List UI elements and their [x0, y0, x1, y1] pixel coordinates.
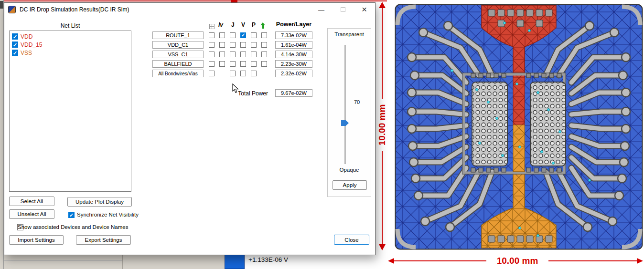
- transparency-slider-track[interactable]: [344, 45, 346, 164]
- p-checkbox[interactable]: [251, 71, 257, 76]
- v-checkbox[interactable]: [240, 52, 246, 57]
- transparency-panel: Transparent 70 Opaque Apply: [327, 28, 371, 197]
- p-checkbox[interactable]: [251, 52, 257, 57]
- layer-button-vss-c1[interactable]: VSS_C1: [152, 51, 204, 58]
- grid-icon: [209, 24, 215, 29]
- unselect-all-button[interactable]: Unselect All: [9, 209, 54, 219]
- layer-button-vdd-c1[interactable]: VDD_C1: [152, 41, 204, 49]
- j-checkbox[interactable]: [230, 32, 236, 38]
- mouse-cursor-icon: [232, 83, 239, 95]
- divider: [0, 260, 122, 261]
- v-checkbox[interactable]: [240, 32, 246, 38]
- maximize-icon: [341, 7, 345, 12]
- up-checkbox[interactable]: [261, 42, 267, 48]
- iv-checkbox[interactable]: [219, 42, 225, 48]
- net-checkbox[interactable]: [12, 41, 18, 48]
- transparency-slider-thumb[interactable]: [341, 120, 349, 126]
- column-header-power-layer: Power/Layer: [272, 21, 316, 28]
- ball-array-right: [530, 82, 566, 166]
- net-item-vss[interactable]: VSS: [11, 49, 130, 57]
- layer-button-ballfield[interactable]: BALLFIELD: [152, 60, 204, 68]
- net-item-vdd-15[interactable]: VDD_15: [11, 41, 130, 49]
- up-checkbox[interactable]: [261, 32, 267, 38]
- colorbar-swatch: [225, 253, 245, 269]
- background-dimension-line: [0, 0, 387, 1]
- pcb-mesh-svg: [395, 4, 643, 250]
- net-label: VSS: [21, 50, 32, 56]
- net-list[interactable]: VDD VDD_15 VSS: [9, 31, 131, 192]
- iv-checkbox[interactable]: [219, 32, 225, 38]
- j-checkbox[interactable]: [230, 42, 236, 48]
- net-item-vdd[interactable]: VDD: [11, 32, 130, 41]
- net-checkbox[interactable]: [12, 33, 18, 40]
- orange-region-pads: [488, 236, 552, 242]
- layer-row: BALLFIELD 2.23e-30W: [152, 60, 312, 68]
- visibility-checkbox[interactable]: [209, 32, 215, 38]
- v-checkbox[interactable]: [240, 71, 246, 76]
- total-power-label: Total Power: [210, 90, 268, 97]
- total-power-value: 9.67e-02W: [275, 89, 312, 97]
- up-checkbox[interactable]: [261, 61, 267, 67]
- import-settings-button[interactable]: Import Settings: [9, 235, 64, 245]
- power-value: 7.33e-02W: [275, 31, 312, 39]
- column-header-v: V: [241, 21, 245, 28]
- p-checkbox[interactable]: [251, 32, 257, 38]
- horizontal-dimension-label: 10.00 mm: [486, 255, 548, 267]
- minimize-button[interactable]: —: [311, 3, 332, 16]
- ball-array-left: [472, 82, 507, 166]
- window-close-button[interactable]: ×: [354, 3, 375, 16]
- net-checkbox[interactable]: [12, 50, 18, 56]
- iv-checkbox[interactable]: [219, 52, 225, 57]
- j-checkbox[interactable]: [230, 71, 236, 76]
- pcb-mesh-view[interactable]: [395, 4, 643, 250]
- power-value: 2.32e-02W: [275, 70, 312, 77]
- opaque-label: Opaque: [328, 167, 371, 173]
- export-settings-button[interactable]: Export Settings: [76, 235, 131, 245]
- net-list-label: Net List: [9, 22, 131, 29]
- synchronize-net-visibility-checkbox[interactable]: [68, 212, 75, 218]
- visibility-checkbox[interactable]: [209, 52, 215, 57]
- arrow-down-icon: [379, 244, 386, 250]
- visibility-checkbox[interactable]: [209, 61, 215, 67]
- p-checkbox[interactable]: [251, 42, 257, 48]
- arrow-up-icon: [379, 2, 386, 8]
- dc-ir-drop-dialog: DC IR Drop Simulation Results(DC IR Sim)…: [4, 2, 376, 255]
- select-all-button[interactable]: Select All: [9, 197, 54, 206]
- maximize-button[interactable]: [332, 3, 354, 16]
- power-value: 2.23e-30W: [275, 60, 312, 68]
- layer-row: VSS_C1 4.14e-30W: [152, 51, 312, 58]
- j-checkbox[interactable]: [230, 52, 236, 57]
- transparency-value: 70: [354, 99, 360, 105]
- layer-row: All Bondwires/Vias 2.32e-02W: [152, 70, 312, 77]
- v-checkbox[interactable]: [240, 61, 246, 67]
- net-label: VDD: [21, 33, 32, 40]
- voltage-reading: +1.133E-06 V: [248, 256, 288, 263]
- show-associated-devices-label: Show associated Devices and Device Names: [18, 224, 128, 230]
- up-checkbox[interactable]: [261, 52, 267, 57]
- background-window-edge: [0, 0, 4, 269]
- update-plot-display-button[interactable]: Update Plot Display: [67, 197, 132, 207]
- apply-button[interactable]: Apply: [333, 180, 367, 190]
- power-value: 1.61e-04W: [275, 41, 312, 49]
- layer-button-route1[interactable]: ROUTE_1: [152, 31, 204, 39]
- iv-checkbox[interactable]: [219, 61, 225, 67]
- window-title: DC IR Drop Simulation Results(DC IR Sim): [20, 6, 311, 13]
- p-checkbox[interactable]: [251, 61, 257, 67]
- close-button[interactable]: Close: [334, 235, 369, 245]
- v-checkbox[interactable]: [240, 42, 246, 48]
- divider: [122, 254, 123, 269]
- net-label: VDD_15: [21, 41, 42, 48]
- visibility-checkbox[interactable]: [209, 71, 215, 76]
- background-icon-fragment: [0, 1, 3, 9]
- background-panel: [0, 254, 225, 269]
- layer-row: VDD_C1 1.61e-04W: [152, 41, 312, 49]
- column-header-iv: Iv: [218, 21, 223, 28]
- layer-button-bondwires-vias[interactable]: All Bondwires/Vias: [152, 70, 204, 77]
- title-bar[interactable]: DC IR Drop Simulation Results(DC IR Sim)…: [4, 3, 375, 16]
- j-checkbox[interactable]: [230, 61, 236, 67]
- arrow-right-icon: [637, 258, 643, 264]
- visibility-checkbox[interactable]: [209, 42, 215, 48]
- app-icon: [8, 6, 16, 13]
- column-header-j: J: [231, 21, 235, 28]
- power-value: 4.14e-30W: [275, 51, 312, 58]
